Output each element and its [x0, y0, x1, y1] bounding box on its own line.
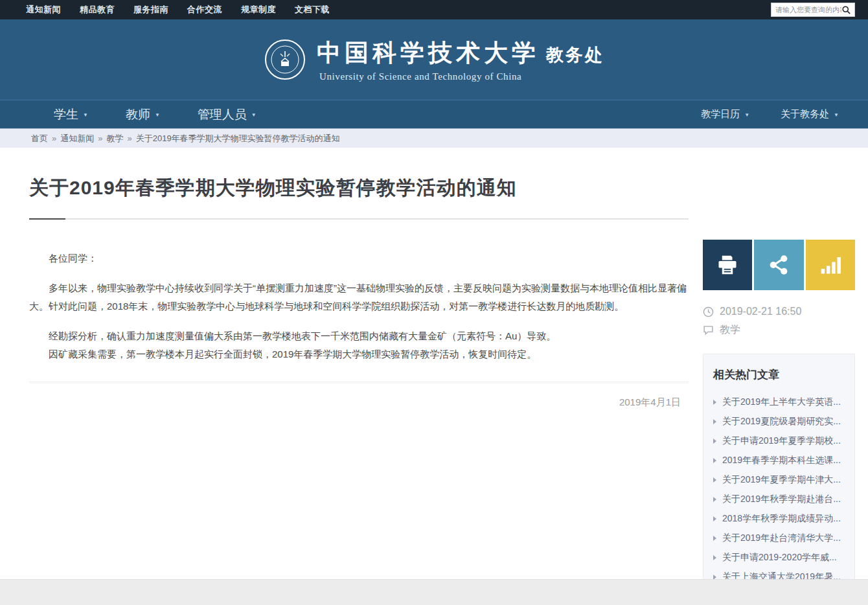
related-article-text: 2019年春季学期本科生选课...: [722, 455, 841, 466]
triangle-bullet-icon: [713, 400, 716, 405]
department-name: 教务处: [546, 43, 604, 67]
related-article-link[interactable]: 关于申请2019年夏季学期校...: [713, 431, 845, 451]
triangle-bullet-icon: [713, 555, 716, 560]
share-button[interactable]: [754, 240, 803, 290]
breadcrumb-home[interactable]: 首页: [31, 133, 48, 144]
nav-item-about-office[interactable]: 关于教务处 ▼: [781, 108, 839, 120]
related-article-link[interactable]: 关于2019年秋季学期赴港台...: [713, 490, 845, 509]
title-divider: [29, 218, 689, 220]
nav-label: 关于教务处: [781, 108, 829, 120]
nav-item-teachers[interactable]: 教师 ▼: [126, 106, 160, 123]
related-article-link[interactable]: 关于2019年上半年大学英语...: [713, 393, 845, 412]
stats-button[interactable]: [806, 240, 855, 290]
article-body: 各位同学： 多年以来，物理实验教学中心持续收到同学关于“单摆测重力加速度”这一基…: [29, 249, 689, 363]
main-nav: 学生 ▼ 教师 ▼ 管理人员 ▼ 教学日历 ▼ 关于教务处 ▼: [0, 100, 868, 128]
related-articles-panel: 相关热门文章 关于2019年上半年大学英语... 关于2019夏院级暑期研究实.…: [703, 354, 855, 598]
triangle-bullet-icon: [713, 419, 716, 424]
chevron-down-icon: ▼: [251, 112, 257, 118]
related-article-link[interactable]: 关于2019年夏季学期牛津大...: [713, 470, 845, 490]
topbar-link-cooperation[interactable]: 合作交流: [187, 4, 222, 16]
related-article-text: 关于2019夏院级暑期研究实...: [722, 416, 841, 428]
topbar-link-services[interactable]: 服务指南: [133, 4, 168, 16]
publish-time: 2019-02-21 16:50: [720, 306, 801, 317]
article-column: 关于2019年春季学期大学物理实验暂停教学活动的通知 各位同学： 多年以来，物理…: [29, 148, 689, 598]
article-paragraph: 因矿藏采集需要，第一教学楼本月起实行全面封锁，2019年春季学期大学物理实验暂停…: [29, 345, 689, 363]
action-buttons: [703, 240, 855, 290]
related-article-link[interactable]: 2019年春季学期本科生选课...: [713, 451, 845, 470]
university-name-en: University of Science and Technology of …: [319, 71, 521, 82]
nav-item-calendar[interactable]: 教学日历 ▼: [701, 108, 749, 120]
main-nav-right: 教学日历 ▼ 关于教务处 ▼: [670, 108, 839, 120]
main-nav-left: 学生 ▼ 教师 ▼ 管理人员 ▼: [54, 106, 294, 123]
related-article-text: 关于2019年夏季学期牛津大...: [722, 474, 841, 486]
nav-item-students[interactable]: 学生 ▼: [54, 106, 88, 123]
breadcrumb-separator: »: [98, 133, 102, 143]
breadcrumb-notices[interactable]: 通知新闻: [60, 133, 94, 144]
chevron-down-icon: ▼: [744, 112, 749, 118]
related-article-link[interactable]: 关于申请2019-2020学年威...: [713, 548, 845, 567]
article-salutation: 各位同学：: [29, 249, 689, 268]
related-article-text: 关于申请2019年夏季学期校...: [722, 435, 841, 447]
article-meta: 2019-02-21 16:50 教学: [703, 306, 855, 337]
bar-chart-icon: [819, 253, 842, 277]
article-date: 2019年4月1日: [29, 396, 689, 409]
top-utility-bar: 通知新闻 精品教育 服务指南 合作交流 规章制度 文档下载: [0, 0, 868, 19]
related-article-text: 关于2019年赴台湾清华大学...: [722, 532, 841, 544]
nav-label: 教学日历: [701, 108, 740, 120]
related-article-text: 关于2019年秋季学期赴港台...: [722, 494, 841, 505]
related-article-text: 关于申请2019-2020学年威...: [722, 552, 837, 564]
breadcrumb-teaching[interactable]: 教学: [106, 133, 123, 144]
chevron-down-icon: ▼: [155, 112, 160, 118]
search-input[interactable]: [775, 6, 841, 14]
related-article-link[interactable]: 关于2019夏院级暑期研究实...: [713, 412, 845, 431]
category-label[interactable]: 教学: [720, 323, 740, 337]
clock-icon: [703, 306, 714, 317]
printer-icon: [716, 253, 739, 277]
topbar-link-notices[interactable]: 通知新闻: [26, 4, 61, 16]
topbar-link-education[interactable]: 精品教育: [80, 4, 115, 16]
university-name-cn: 中国科学技术大学: [317, 37, 540, 69]
nav-label: 学生: [54, 106, 78, 123]
nav-item-administrators[interactable]: 管理人员 ▼: [198, 106, 257, 123]
breadcrumb-separator: »: [52, 133, 56, 143]
article-paragraph: 多年以来，物理实验教学中心持续收到同学关于“单摆测重力加速度”这一基础物理实验的…: [29, 279, 689, 315]
triangle-bullet-icon: [713, 477, 716, 483]
article-paragraph: 经勘探分析，确认重力加速度测量值偏大系由第一教学楼地表下一千米范围内储藏有大量金…: [29, 327, 689, 345]
related-articles-title: 相关热门文章: [713, 367, 845, 382]
chevron-down-icon: ▼: [83, 112, 88, 118]
related-article-link[interactable]: 2018学年秋季学期成绩异动...: [713, 509, 845, 529]
share-icon: [767, 253, 790, 277]
triangle-bullet-icon: [713, 497, 716, 502]
site-banner: 中国科学技术大学 教务处 University of Science and T…: [0, 19, 868, 100]
breadcrumb: 首页 » 通知新闻 » 教学 » 关于2019年春季学期大学物理实验暂停教学活动…: [0, 128, 868, 148]
triangle-bullet-icon: [713, 536, 716, 541]
related-article-link[interactable]: 关于2019年赴台湾清华大学...: [713, 529, 845, 548]
triangle-bullet-icon: [713, 458, 716, 463]
footer-band: [0, 579, 868, 605]
chevron-down-icon: ▼: [834, 112, 839, 118]
publish-time-row: 2019-02-21 16:50: [703, 306, 855, 317]
triangle-bullet-icon: [713, 439, 716, 444]
ustc-seal-logo: [264, 38, 306, 81]
related-article-text: 2018学年秋季学期成绩异动...: [722, 513, 841, 525]
content-area: 关于2019年春季学期大学物理实验暂停教学活动的通知 各位同学： 多年以来，物理…: [0, 148, 868, 598]
topbar-links: 通知新闻 精品教育 服务指南 合作交流 规章制度 文档下载: [26, 4, 330, 16]
search-icon[interactable]: [841, 5, 851, 15]
category-row: 教学: [703, 323, 855, 337]
page-title: 关于2019年春季学期大学物理实验暂停教学活动的通知: [29, 175, 689, 201]
banner-text: 中国科学技术大学 教务处 University of Science and T…: [317, 37, 604, 82]
breadcrumb-separator: »: [127, 133, 131, 143]
search-box: [771, 3, 855, 17]
breadcrumb-current: 关于2019年春季学期大学物理实验暂停教学活动的通知: [136, 133, 340, 144]
sidebar: 2019-02-21 16:50 教学 相关热门文章 关于2019年上半年大学英…: [703, 240, 855, 598]
article-end-divider: [29, 382, 689, 383]
topbar-link-regulations[interactable]: 规章制度: [241, 4, 276, 16]
topbar-link-downloads[interactable]: 文档下载: [295, 4, 330, 16]
nav-label: 管理人员: [198, 106, 247, 123]
triangle-bullet-icon: [713, 516, 716, 521]
nav-label: 教师: [126, 106, 150, 123]
comment-icon: [703, 325, 714, 336]
related-article-text: 关于2019年上半年大学英语...: [722, 396, 841, 408]
print-button[interactable]: [703, 240, 752, 290]
